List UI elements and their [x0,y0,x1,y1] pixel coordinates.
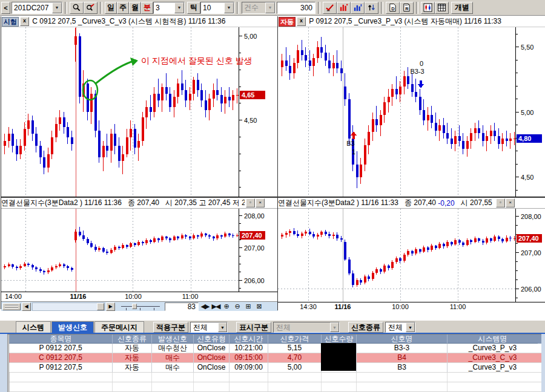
period-day-button[interactable]: 일 [105,2,117,14]
tab-signals[interactable]: 발생신호 [51,321,94,333]
cell-signal-type: OnClose [193,363,229,372]
svg-text:1: 1 [352,148,355,155]
symbol-value: 201DC207 [12,4,52,12]
search-signal-button[interactable] [84,2,97,14]
symbol-combo[interactable]: 201DC207 ▼ [12,2,62,14]
cell-system-name: _Curve3_C_v3 [447,353,538,362]
left-time-axis: 14:0011/1610:0011:00 [1,292,278,301]
visible-bars-input[interactable]: 83 [165,302,199,311]
report-r-button[interactable]: R [400,2,414,14]
close-icon[interactable]: x [297,17,306,26]
futures-index-subchart-right[interactable]: 208,00207,00206,00207,40 [278,209,545,302]
chart-scrollbar: ◀ ▶ 83 ◀▶ ▶◀ ⊕ ⊖ ⊞ ⊠ [1,301,278,311]
zoom-slider[interactable] [121,302,160,311]
tab-order-messages[interactable]: 주문메시지 [94,321,144,333]
zoom-in-icon[interactable]: ⊕ [222,302,231,311]
cell-signal-name: B3 [356,363,447,372]
svg-text:207,40: 207,40 [242,232,262,239]
report-d-button[interactable]: D [386,2,400,14]
cell-signal-price: 5,00 [268,363,321,372]
minute-combo[interactable]: 3 ▼ [153,2,185,14]
svg-text:207,40: 207,40 [518,235,539,242]
candle-chart-button[interactable] [421,2,435,14]
left-chart-title: C 0912 207,5 _Curve3_C_v3 (시스템 시험적용) 11/… [30,16,225,27]
blue-bar-chart-button[interactable] [351,2,365,14]
signal-check-button[interactable] [323,2,337,14]
period-month-button[interactable]: 월 [129,2,141,14]
search-red-arrow-icon [86,3,95,12]
scroll-right-button[interactable]: ▶ [106,302,115,311]
col-signal-name: 신호명 [356,335,447,344]
zoom-out-icon[interactable]: ⊖ [233,302,242,311]
time-axis-label: 10:00 [125,293,142,300]
count-input[interactable]: 300 [277,2,315,14]
tab-system[interactable]: 시스템 [16,321,51,333]
svg-text:206,00: 206,00 [244,277,265,284]
grid-table-icon [437,3,446,12]
individual-button[interactable]: 개별 [451,2,473,14]
candlestick-chart-put[interactable]: 5,505,004,504,800B3-3B31 [278,27,545,197]
collapse-horizontal-icon[interactable]: ▶◀ [211,302,220,311]
chevron-down-icon[interactable]: ▼ [406,322,415,332]
chevron-down-icon: ▼ [265,2,275,13]
chevron-down-icon[interactable]: ▼ [174,2,184,13]
scroll-grip[interactable] [2,303,21,310]
tick-value: 10 [201,4,224,12]
filter-apply-select[interactable]: 전체 ▼ [190,322,228,333]
filter-signal-type-label: 신호종류 [348,322,383,333]
wrong-signal-annotation: 이 지점에서 잘못된 신호 발생 [141,56,253,65]
time-axis-label: 10:00 [392,303,409,310]
index-change-value: -0,20 [438,199,454,207]
scroll-track[interactable] [32,302,105,311]
svg-text:B3: B3 [346,140,354,147]
close-icon[interactable]: x [20,17,29,26]
close-icon[interactable]: × [256,198,265,207]
scroll-thumb[interactable] [97,303,104,310]
svg-text:5,50: 5,50 [521,44,533,51]
table-row-selected[interactable]: C 0912 207,5 자동 매수 OnClose 09:15:00 4,70… [9,353,541,363]
table-row[interactable]: P 0912 207,5 자동 매수 OnClose 09:09:00 5,00… [9,363,541,373]
svg-text:208,00: 208,00 [244,212,265,220]
close-icon[interactable]: × [506,198,515,207]
cell-signal: 매수 [151,353,193,362]
fit-chart-icon[interactable]: ⊞ [243,302,253,311]
filter-display-value: 전체 [274,322,330,333]
restore-icon[interactable]: ▫ [496,198,505,207]
chevron-down-icon[interactable]: ▼ [224,2,234,13]
expand-horizontal-icon[interactable]: ◀▶ [200,302,210,311]
zoom-slider-thumb[interactable] [132,304,137,309]
back-button[interactable]: < [1,2,10,14]
subchart-window-buttons: ▫ × [245,198,265,207]
chevron-down-icon[interactable]: ▼ [52,2,62,13]
right-subchart-titlebar: 연결선물지수(3분Data2 ) 11/16 11:33 종 207,40 -0… [278,197,545,209]
signal-panel: 시스템 발생신호 주문메시지 적용구분 전체 ▼ 표시구분 전체 ▼ 신호종류 … [0,321,545,392]
candle-chart-icon [423,3,432,12]
svg-text:4,50: 4,50 [244,117,257,124]
count-label: 건수 [242,2,265,13]
close-pane-icon[interactable]: ⊠ [254,302,264,311]
period-week-button[interactable]: 주 [117,2,129,14]
futures-index-subchart-left[interactable]: 208,00207,00206,00207,40 [1,209,278,292]
cell-signal-name: B3-3 [356,344,447,353]
search-button[interactable] [70,2,84,14]
right-chart-titlebar: 자동 x P 0912 207,5 _Curve3_P_v3 (시스템 자동매매… [278,16,545,27]
filter-display-select: 전체 ▼ [273,322,340,333]
scroll-left-button[interactable]: ◀ [22,302,31,311]
filter-signal-type-select[interactable]: 전체 ▼ [385,322,415,333]
time-axis-label: 11:00 [182,293,199,300]
cell-system-name: _Curve3_P_v3 [447,363,538,372]
toolbar-separator [65,2,67,14]
grid-view-button[interactable] [435,2,449,14]
svg-text:4,65: 4,65 [242,91,254,99]
sort-updown-button[interactable] [365,2,378,14]
candlestick-chart-call[interactable]: 5,004,504,65이 지점에서 잘못된 신호 발생 [1,27,278,197]
chevron-down-icon[interactable]: ▼ [218,322,227,332]
period-minute-button[interactable]: 분 [141,2,153,14]
col-signal-qty: 신호수량 [321,335,356,344]
restore-icon[interactable]: ▫ [246,198,255,207]
red-bar-chart-button[interactable] [337,2,351,14]
svg-text:0: 0 [420,60,423,67]
tick-combo[interactable]: 10 ▼ [200,2,234,14]
tick-button[interactable]: 틱 [187,2,200,14]
table-row[interactable]: P 0912 207,5 자동 매수청산 OnClose 10:21:00 5,… [9,344,541,353]
